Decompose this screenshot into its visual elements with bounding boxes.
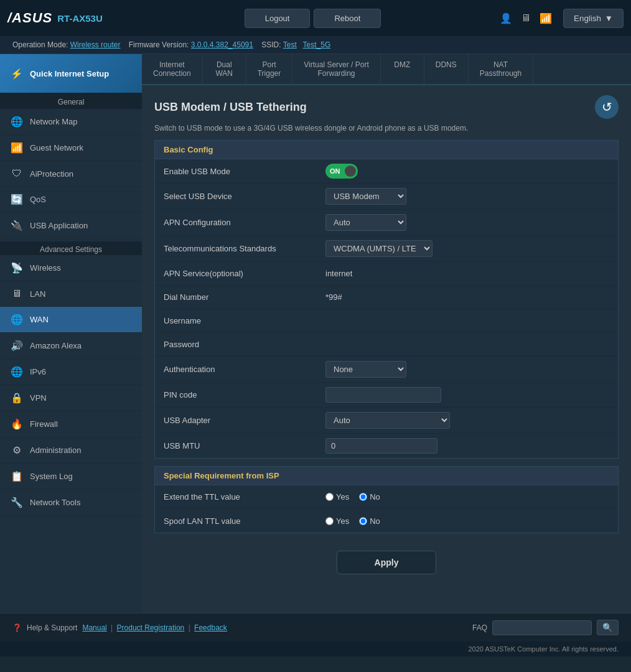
radio-spoof-ttl-yes[interactable]: Yes [325, 516, 349, 526]
back-button[interactable]: ↺ [595, 95, 619, 119]
input-pin-code[interactable] [325, 387, 441, 403]
sidebar-label-amazon-alexa: Amazon Alexa [30, 341, 82, 350]
tab-port-trigger[interactable]: PortTrigger [246, 54, 293, 84]
footer-left: ❓ Help & Support Manual | Product Regist… [12, 623, 227, 632]
apply-button[interactable]: Apply [337, 551, 437, 574]
firmware-value[interactable]: 3.0.0.4.382_45091 [191, 40, 253, 49]
sidebar-label-aiprotection: AiProtection [30, 169, 73, 179]
tab-dmz[interactable]: DMZ [381, 54, 424, 84]
manual-link[interactable]: Manual [82, 623, 106, 632]
wifi-icon[interactable]: 📶 [540, 12, 552, 24]
ssid-label: SSID: [261, 40, 281, 49]
toggle-on-label: ON [325, 167, 340, 175]
radio-spoof-ttl-no[interactable]: No [359, 516, 380, 526]
radio-spoof-ttl-yes-input[interactable] [325, 517, 334, 525]
logout-button[interactable]: Logout [245, 9, 311, 28]
select-usb-adapter[interactable]: Auto [325, 412, 450, 429]
sidebar-label-system-log: System Log [30, 472, 73, 481]
status-bar: Operation Mode: Wireless router Firmware… [0, 36, 631, 54]
radio-extend-ttl-no-input[interactable] [359, 493, 367, 501]
select-telecom-standards[interactable]: WCDMA (UMTS) / LTE CDMA LTE [325, 240, 432, 257]
select-apn-config[interactable]: Auto Manual [325, 214, 406, 231]
label-select-usb-device: Select USB Device [164, 192, 325, 201]
sidebar-label-administration: Administration [30, 446, 81, 455]
sidebar-item-administration[interactable]: ⚙ Administration [0, 437, 142, 464]
top-buttons: Logout Reboot [132, 9, 493, 28]
reboot-button[interactable]: Reboot [314, 9, 381, 28]
firmware-label: Firmware Version: [129, 40, 189, 49]
radio-spoof-ttl-no-input[interactable] [359, 517, 367, 525]
radio-extend-ttl-no[interactable]: No [359, 492, 380, 502]
aiprotection-icon: 🛡 [10, 168, 24, 179]
value-usb-adapter: Auto [325, 412, 609, 429]
label-extend-ttl: Extend the TTL value [164, 492, 325, 502]
sidebar-item-wan[interactable]: 🌐 WAN [0, 307, 142, 333]
operation-mode-label: Operation Mode: [12, 40, 68, 49]
row-apn-config: APN Configuration Auto Manual [155, 210, 618, 236]
footer-right: FAQ 🔍 [472, 620, 619, 635]
sidebar-item-vpn[interactable]: 🔒 VPN [0, 385, 142, 411]
page-content: USB Modem / USB Tethering ↺ Switch to US… [142, 85, 631, 613]
label-authentication: Authentication [164, 365, 325, 374]
user-icon[interactable]: 👤 [500, 12, 512, 24]
label-apn-config: APN Configuration [164, 218, 325, 227]
product-reg-link[interactable]: Product Registration [117, 623, 185, 632]
tab-nat-passthrough[interactable]: NATPassthrough [469, 54, 533, 84]
dial-number-text: *99# [325, 292, 342, 302]
row-enable-usb-mode: Enable USB Mode ON [155, 159, 618, 184]
sidebar-item-lan[interactable]: 🖥 LAN [0, 281, 142, 307]
label-spoof-ttl: Spoof LAN TTL value [164, 516, 325, 526]
ssid2-value[interactable]: Test_5G [303, 40, 331, 49]
sidebar-item-usb-application[interactable]: 🔌 USB Application [0, 213, 142, 239]
select-usb-device[interactable]: USB Modem Android Phone [325, 188, 406, 205]
sidebar-label-qos: QoS [30, 195, 46, 204]
operation-mode-value[interactable]: Wireless router [70, 40, 121, 49]
sidebar-item-network-map[interactable]: 🌐 Network Map [0, 109, 142, 135]
sidebar-item-aiprotection[interactable]: 🛡 AiProtection [0, 161, 142, 187]
monitor-icon[interactable]: 🖥 [521, 12, 531, 24]
value-apn-config: Auto Manual [325, 214, 609, 231]
label-pin-code: PIN code [164, 390, 325, 399]
value-enable-usb-mode: ON [325, 164, 609, 179]
copyright-bar: 2020 ASUSTeK Computer Inc. All rights re… [0, 642, 631, 656]
input-usb-mtu[interactable] [325, 438, 437, 454]
value-authentication: None PAP CHAP [325, 361, 609, 378]
chevron-down-icon: ▼ [605, 14, 613, 23]
sidebar-item-system-log[interactable]: 📋 System Log [0, 464, 142, 490]
sidebar-item-firewall[interactable]: 🔥 Firewall [0, 411, 142, 437]
value-dial-number: *99# [325, 292, 609, 302]
sidebar-item-guest-network[interactable]: 📶 Guest Network [0, 135, 142, 161]
firewall-icon: 🔥 [10, 418, 24, 430]
select-authentication[interactable]: None PAP CHAP [325, 361, 406, 378]
ssid1-value[interactable]: Test [283, 40, 297, 49]
amazon-alexa-icon: 🔊 [10, 340, 24, 352]
row-select-usb-device: Select USB Device USB Modem Android Phon… [155, 184, 618, 210]
help-icon: ❓ [12, 623, 22, 632]
sidebar-label-ipv6: IPv6 [30, 367, 46, 376]
sidebar-item-network-tools[interactable]: 🔧 Network Tools [0, 490, 142, 516]
sidebar-item-qos[interactable]: 🔄 QoS [0, 187, 142, 213]
sidebar-quick-setup-label: Quick Internet Setup [30, 69, 109, 78]
toggle-enable-usb-mode[interactable]: ON [325, 164, 358, 179]
tab-ddns[interactable]: DDNS [424, 54, 469, 84]
faq-search-input[interactable] [492, 620, 592, 635]
system-log-icon: 📋 [10, 470, 24, 482]
sidebar-item-quick-setup[interactable]: ⚡ Quick Internet Setup [0, 54, 142, 93]
value-telecom-standards: WCDMA (UMTS) / LTE CDMA LTE [325, 240, 609, 257]
row-dial-number: Dial Number *99# [155, 286, 618, 309]
radio-extend-ttl-yes[interactable]: Yes [325, 492, 349, 502]
row-username: Username [155, 309, 618, 333]
language-button[interactable]: English ▼ [563, 9, 624, 28]
lan-icon: 🖥 [10, 288, 24, 299]
feedback-link[interactable]: Feedback [194, 623, 227, 632]
tab-dual-wan[interactable]: DualWAN [203, 54, 246, 84]
sidebar-item-wireless[interactable]: 📡 Wireless [0, 255, 142, 281]
sidebar-label-network-tools: Network Tools [30, 498, 80, 507]
radio-extend-ttl-yes-input[interactable] [325, 493, 334, 501]
faq-search-button[interactable]: 🔍 [597, 620, 619, 635]
tab-internet-connection[interactable]: InternetConnection [142, 54, 203, 84]
sidebar-item-ipv6[interactable]: 🌐 IPv6 [0, 359, 142, 385]
wireless-icon: 📡 [10, 262, 24, 274]
tab-virtual-server[interactable]: Virtual Server / PortForwarding [292, 54, 380, 84]
sidebar-item-amazon-alexa[interactable]: 🔊 Amazon Alexa [0, 333, 142, 359]
